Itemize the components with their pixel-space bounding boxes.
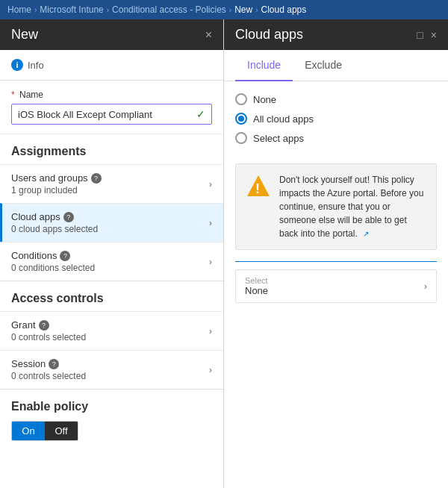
radio-none-circle bbox=[235, 93, 247, 105]
grant-value: 0 controls selected bbox=[11, 332, 86, 342]
name-label: * Name bbox=[11, 90, 212, 100]
access-controls-title: Access controls bbox=[11, 292, 212, 305]
name-field-label: Name bbox=[19, 90, 43, 100]
conditions-help-icon: ? bbox=[60, 251, 70, 261]
breadcrumb-sep-4: › bbox=[255, 6, 258, 14]
session-content: Session ? 0 controls selected bbox=[11, 358, 86, 381]
check-icon: ✓ bbox=[196, 108, 205, 120]
external-link-icon[interactable]: ↗ bbox=[363, 228, 369, 240]
right-panel-title: Cloud apps bbox=[235, 27, 303, 43]
info-section: i Info bbox=[0, 50, 223, 81]
users-and-groups-value: 1 group included bbox=[11, 185, 102, 195]
radio-select-label: Select apps bbox=[253, 133, 304, 144]
name-input-wrapper: ✓ bbox=[11, 104, 212, 125]
name-section: * Name ✓ bbox=[0, 81, 223, 134]
select-label: Select bbox=[245, 276, 268, 285]
access-controls-section: Access controls bbox=[0, 281, 223, 311]
breadcrumb-sep-1: › bbox=[34, 6, 37, 14]
breadcrumb-intune[interactable]: Microsoft Intune bbox=[40, 4, 103, 15]
radio-all-circle bbox=[235, 113, 247, 125]
session-name: Session ? bbox=[11, 358, 86, 369]
users-and-groups-item[interactable]: Users and groups ? 1 group included › bbox=[0, 164, 223, 203]
option-none[interactable]: None bbox=[235, 93, 437, 105]
cloud-apps-content: Cloud apps ? 0 cloud apps selected bbox=[11, 211, 98, 234]
users-help-icon: ? bbox=[91, 173, 102, 184]
conditions-name: Conditions ? bbox=[11, 250, 95, 261]
session-value: 0 controls selected bbox=[11, 371, 86, 381]
option-all-cloud-apps[interactable]: All cloud apps bbox=[235, 113, 437, 125]
enable-policy-section: Enable policy On Off bbox=[0, 389, 223, 451]
tab-include[interactable]: Include bbox=[235, 50, 293, 81]
name-input[interactable] bbox=[18, 109, 196, 120]
conditions-content: Conditions ? 0 conditions selected bbox=[11, 250, 95, 273]
left-panel-close-button[interactable]: × bbox=[205, 28, 212, 42]
select-chevron-icon: › bbox=[424, 281, 427, 292]
assignments-title: Assignments bbox=[0, 134, 223, 164]
grant-chevron-icon: › bbox=[209, 326, 212, 337]
radio-all-label: All cloud apps bbox=[253, 113, 314, 125]
left-panel-title: New bbox=[11, 27, 38, 43]
conditions-value: 0 conditions selected bbox=[11, 263, 95, 273]
options-section: None All cloud apps Select apps bbox=[224, 81, 448, 163]
tab-exclude[interactable]: Exclude bbox=[293, 50, 354, 81]
grant-help-icon: ? bbox=[39, 320, 49, 331]
warning-text: Don't lock yourself out! This policy imp… bbox=[279, 173, 427, 240]
cloud-apps-value: 0 cloud apps selected bbox=[11, 224, 98, 234]
maximize-button[interactable]: □ bbox=[417, 29, 423, 41]
info-label: Info bbox=[28, 60, 44, 71]
cloud-apps-chevron-icon: › bbox=[209, 218, 212, 228]
required-marker: * bbox=[11, 90, 15, 100]
svg-text:!: ! bbox=[255, 181, 260, 196]
select-value: None bbox=[245, 285, 268, 296]
cloud-apps-item[interactable]: Cloud apps ? 0 cloud apps selected › bbox=[0, 203, 223, 242]
conditions-chevron-icon: › bbox=[209, 257, 212, 267]
grant-item[interactable]: Grant ? 0 controls selected › bbox=[0, 311, 223, 350]
right-panel: Cloud apps □ × Include Exclude None All … bbox=[224, 19, 448, 488]
session-item[interactable]: Session ? 0 controls selected › bbox=[0, 350, 223, 389]
session-help-icon: ? bbox=[49, 359, 59, 369]
users-and-groups-content: Users and groups ? 1 group included bbox=[11, 172, 102, 195]
conditions-item[interactable]: Conditions ? 0 conditions selected › bbox=[0, 242, 223, 281]
cloud-apps-help-icon: ? bbox=[63, 212, 74, 222]
breadcrumb-cloud-apps: Cloud apps bbox=[261, 4, 307, 15]
breadcrumb-policies[interactable]: Conditional access - Policies bbox=[112, 4, 226, 15]
warning-icon-wrap: ! bbox=[245, 173, 272, 240]
enable-policy-toggle[interactable]: On Off bbox=[11, 421, 78, 441]
left-panel: New × i Info * Name ✓ Assignments Users … bbox=[0, 19, 224, 488]
info-icon: i bbox=[11, 59, 23, 71]
right-header-buttons: □ × bbox=[417, 29, 437, 41]
left-panel-header: New × bbox=[0, 19, 223, 50]
warning-box: ! Don't lock yourself out! This policy i… bbox=[235, 163, 437, 250]
radio-select-circle bbox=[235, 132, 247, 144]
main-layout: New × i Info * Name ✓ Assignments Users … bbox=[0, 19, 448, 488]
select-field-content: Select None bbox=[245, 276, 268, 296]
breadcrumb-sep-2: › bbox=[107, 6, 109, 14]
radio-none-label: None bbox=[253, 94, 276, 105]
grant-name: Grant ? bbox=[11, 319, 86, 331]
radio-all-inner bbox=[238, 116, 244, 122]
select-row[interactable]: Select None › bbox=[235, 269, 437, 303]
divider bbox=[235, 261, 437, 262]
tabs-bar: Include Exclude bbox=[224, 50, 448, 81]
breadcrumb-sep-3: › bbox=[229, 6, 231, 14]
breadcrumb-new: New bbox=[234, 4, 252, 15]
right-panel-header: Cloud apps □ × bbox=[224, 19, 448, 50]
right-panel-close-button[interactable]: × bbox=[431, 29, 437, 41]
warning-triangle-icon: ! bbox=[245, 173, 272, 200]
enable-policy-title: Enable policy bbox=[11, 400, 212, 413]
grant-content: Grant ? 0 controls selected bbox=[11, 319, 86, 342]
breadcrumb: Home › Microsoft Intune › Conditional ac… bbox=[0, 0, 448, 19]
breadcrumb-home[interactable]: Home bbox=[7, 4, 31, 15]
toggle-off-button[interactable]: Off bbox=[45, 422, 78, 440]
users-chevron-icon: › bbox=[209, 179, 212, 190]
cloud-apps-name: Cloud apps ? bbox=[11, 211, 98, 222]
session-chevron-icon: › bbox=[209, 365, 212, 375]
users-and-groups-name: Users and groups ? bbox=[11, 172, 102, 184]
toggle-on-button[interactable]: On bbox=[12, 422, 45, 440]
option-select-apps[interactable]: Select apps bbox=[235, 132, 437, 144]
